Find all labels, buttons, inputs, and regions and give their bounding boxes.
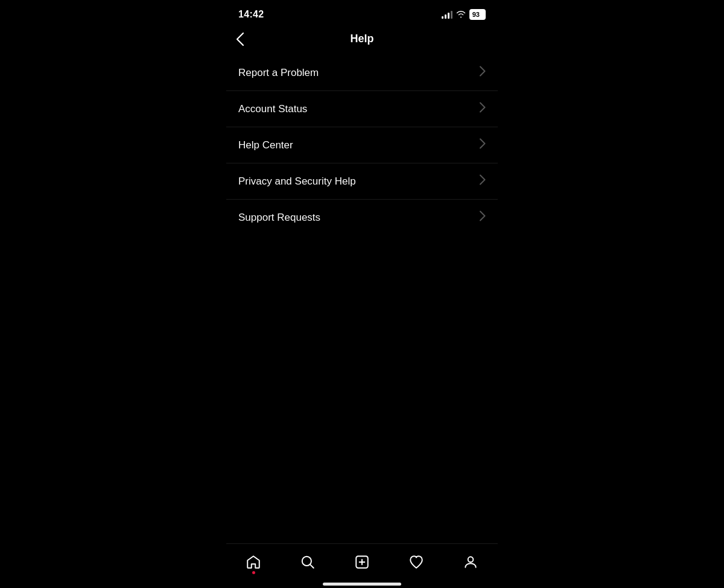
- menu-item-label: Report a Problem: [238, 67, 319, 79]
- chevron-right-icon: [480, 174, 486, 188]
- profile-icon: [462, 554, 479, 571]
- menu-item-help-center[interactable]: Help Center: [226, 127, 498, 163]
- phone-frame: 14:42 93: [226, 0, 498, 588]
- nav-item-profile[interactable]: [455, 551, 486, 573]
- nav-item-home[interactable]: [238, 551, 269, 573]
- chevron-right-icon: [480, 102, 486, 116]
- status-bar: 14:42 93: [226, 0, 498, 27]
- page-title: Help: [350, 33, 373, 45]
- menu-item-privacy-security[interactable]: Privacy and Security Help: [226, 163, 498, 200]
- menu-item-label: Support Requests: [238, 212, 320, 224]
- status-icons: 93: [442, 9, 486, 20]
- menu-item-report-problem[interactable]: Report a Problem: [226, 55, 498, 91]
- menu-list: Report a Problem Account Status Help Cen…: [226, 55, 498, 543]
- heart-icon: [408, 554, 425, 571]
- svg-point-2: [468, 557, 474, 562]
- home-indicator: [226, 578, 498, 588]
- home-icon: [245, 554, 262, 571]
- menu-item-label: Account Status: [238, 103, 307, 115]
- wifi-icon: [456, 10, 466, 20]
- search-icon: [299, 554, 316, 571]
- nav-header: Help: [226, 27, 498, 55]
- plus-square-icon: [354, 554, 370, 571]
- chevron-right-icon: [480, 210, 486, 224]
- menu-item-label: Help Center: [238, 139, 293, 151]
- menu-item-label: Privacy and Security Help: [238, 175, 356, 188]
- home-bar: [323, 583, 401, 586]
- back-button[interactable]: [236, 32, 244, 46]
- chevron-right-icon: [480, 66, 486, 80]
- menu-item-account-status[interactable]: Account Status: [226, 91, 498, 127]
- signal-bars-icon: [442, 10, 453, 19]
- battery-icon: 93: [469, 9, 486, 20]
- nav-item-search[interactable]: [292, 551, 323, 573]
- chevron-right-icon: [480, 138, 486, 152]
- nav-item-add[interactable]: [346, 551, 378, 573]
- notification-dot: [252, 571, 255, 574]
- menu-item-support-requests[interactable]: Support Requests: [226, 200, 498, 235]
- nav-item-activity[interactable]: [401, 551, 432, 573]
- bottom-nav: [226, 543, 498, 578]
- status-time: 14:42: [238, 9, 264, 20]
